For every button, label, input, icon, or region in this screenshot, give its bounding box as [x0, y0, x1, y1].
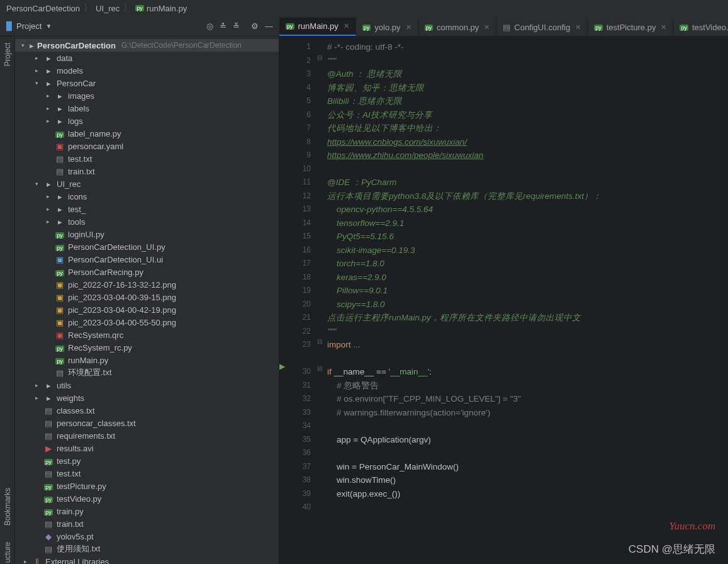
tree-node[interactable]: ▸▸tools [15, 215, 279, 228]
tree-node[interactable]: ▸▸weights [15, 392, 279, 404]
editor-tab[interactable]: pycommon.py✕ [418, 19, 497, 36]
tree-node[interactable]: ▸▸data [15, 52, 279, 64]
tree-node[interactable]: ▣personcar.yaml [15, 140, 279, 152]
tree-node[interactable]: pytestVideo.py [15, 492, 279, 505]
run-icon[interactable]: ▶ [279, 362, 285, 371]
breadcrumb[interactable]: PersonCarDetection 〉 UI_rec 〉 pyrunMain.… [0, 0, 728, 16]
editor-tab[interactable]: pyrunMain.py✕ [279, 18, 356, 36]
tree-node[interactable]: ▤personcar_classes.txt [15, 417, 279, 429]
code-area[interactable]: # -*- coding: utf-8 -*-"""@Auth ： 思绪无限博客… [323, 37, 728, 564]
tree-node[interactable]: ▤环境配置.txt [15, 366, 279, 379]
tree-node[interactable]: ▣pic_2023-03-04-00-42-19.png [15, 303, 279, 316]
collapse-all-icon[interactable]: ≚ [233, 21, 240, 31]
gear-icon[interactable]: ⚙ [251, 21, 259, 31]
tree-node[interactable]: ▤train.txt [15, 517, 279, 530]
tree-node[interactable]: pylabel_name.py [15, 127, 279, 140]
select-opened-icon[interactable]: ◎ [206, 21, 213, 31]
project-dropdown[interactable]: ▉ Project ▼ [6, 21, 203, 31]
tree-node[interactable]: ▤test.txt [15, 152, 279, 165]
tree-node[interactable]: ▤requirements.txt [15, 429, 279, 442]
expand-icon[interactable]: ▸ [33, 67, 40, 74]
editor-tabs: pyrunMain.py✕pyyolo.py✕pycommon.py✕▤Conf… [279, 16, 728, 36]
editor[interactable]: ▶ 12345678910111213141516171819202122233… [279, 37, 728, 564]
breadcrumb-seg[interactable]: PersonCarDetection [6, 4, 80, 13]
tree-node[interactable]: ◆yolov5s.pt [15, 530, 279, 543]
editor-tab[interactable]: pyyolo.py✕ [356, 19, 418, 36]
tree-node[interactable]: ▶results.avi [15, 442, 279, 454]
toolbar-row: ▉ Project ▼ ◎ ≛ ≚ ⚙ — pyrunMain.py✕pyyol… [0, 16, 728, 37]
tree-node[interactable]: ▤test.txt [15, 467, 279, 480]
tree-node[interactable]: ▣pic_2023-03-04-00-55-50.png [15, 316, 279, 329]
expand-icon[interactable]: ▸ [33, 395, 40, 401]
tree-node[interactable]: pytrain.py [15, 505, 279, 517]
sidebar-project[interactable]: Project [3, 43, 12, 66]
close-icon[interactable]: ✕ [406, 23, 412, 31]
watermark: CSDN @思绪无限 [629, 542, 715, 556]
tree-root[interactable]: ▾▸PersonCarDetectionG:\DetectCode\Person… [15, 39, 279, 52]
tree-node[interactable]: ▸▸models [15, 64, 279, 77]
expand-icon[interactable]: ▸ [44, 193, 52, 200]
close-icon[interactable]: ✕ [484, 23, 490, 31]
tree-node[interactable]: ▤train.txt [15, 165, 279, 178]
expand-icon[interactable]: ▸ [44, 93, 52, 99]
fold-gutter[interactable]: ⊟⊟⊟ [316, 37, 323, 564]
expand-icon[interactable]: ▸ [44, 118, 52, 124]
tree-node[interactable]: ▾▸PersonCar [15, 77, 279, 89]
expand-icon[interactable]: ▸ [44, 105, 52, 111]
tree-node[interactable]: pytestPicture.py [15, 480, 279, 492]
tree-node[interactable]: ▸⫴External Libraries [15, 555, 279, 564]
tree-node[interactable]: ▣PersonCarDetection_UI.ui [15, 253, 279, 266]
tree-node[interactable]: ▣RecSystem.qrc [15, 329, 279, 341]
tree-node[interactable]: ▣pic_2023-03-04-00-39-15.png [15, 291, 279, 303]
editor-tab[interactable]: pytestPicture.py✕ [588, 19, 673, 36]
tree-node[interactable]: ▤使用须知.txt [15, 543, 279, 555]
chevron-down-icon: ▼ [45, 23, 52, 30]
tree-node[interactable]: pyPersonCarRecing.py [15, 266, 279, 278]
tree-node[interactable]: ▸▸labels [15, 102, 279, 115]
breadcrumb-seg[interactable]: pyrunMain.py [135, 4, 187, 13]
tree-node[interactable]: pyrunMain.py [15, 354, 279, 366]
editor-tab[interactable]: ▤ConfigUI.config✕ [496, 19, 588, 36]
editor-tab[interactable]: pytestVideo.py✕ [673, 19, 728, 36]
tree-node[interactable]: pyPersonCarDetection_UI.py [15, 240, 279, 253]
tree-node[interactable]: ▾▸UI_rec [15, 178, 279, 190]
tree-node[interactable]: pyloginUI.py [15, 228, 279, 240]
tree-node[interactable]: ▣pic_2022-07-16-13-32-12.png [15, 278, 279, 291]
sidebar-structure[interactable]: ucture [3, 542, 12, 563]
collapse-icon[interactable]: ▾ [33, 181, 40, 187]
hide-icon[interactable]: — [265, 21, 273, 31]
project-icon: ▉ [6, 21, 13, 31]
tree-node[interactable]: pytest.py [15, 454, 279, 467]
line-numbers: 1234567891011121314151617181920212223303… [291, 37, 316, 564]
close-icon[interactable]: ✕ [661, 23, 666, 31]
tree-node[interactable]: ▸▸logs [15, 115, 279, 127]
expand-icon[interactable]: ▸ [33, 55, 40, 61]
expand-all-icon[interactable]: ≛ [220, 21, 227, 31]
tree-node[interactable]: ▸▸utils [15, 379, 279, 392]
close-icon[interactable]: ✕ [344, 22, 349, 30]
tree-node[interactable]: ▸▸images [15, 89, 279, 102]
breadcrumb-sep: 〉 [123, 3, 132, 14]
collapse-icon[interactable]: ▾ [33, 80, 40, 86]
breadcrumb-sep: 〉 [84, 3, 92, 14]
sidebar-bookmarks[interactable]: Bookmarks [3, 488, 12, 526]
expand-icon[interactable]: ▸ [21, 558, 29, 564]
tree-node[interactable]: ▸▸test_ [15, 203, 279, 215]
tree-node[interactable]: ▤classes.txt [15, 404, 279, 417]
tool-window-bar: Project Bookmarks ucture [0, 37, 15, 564]
watermark: Yuucn.com [669, 520, 715, 533]
project-tree[interactable]: ▾▸PersonCarDetectionG:\DetectCode\Person… [15, 37, 279, 564]
expand-icon[interactable]: ▸ [44, 218, 52, 225]
close-icon[interactable]: ✕ [575, 23, 581, 31]
tree-node[interactable]: pyRecSystem_rc.py [15, 341, 279, 354]
breadcrumb-seg[interactable]: UI_rec [96, 4, 120, 13]
tree-node[interactable]: ▸▸icons [15, 190, 279, 203]
expand-icon[interactable]: ▸ [33, 382, 40, 388]
expand-icon[interactable]: ▸ [44, 206, 52, 212]
